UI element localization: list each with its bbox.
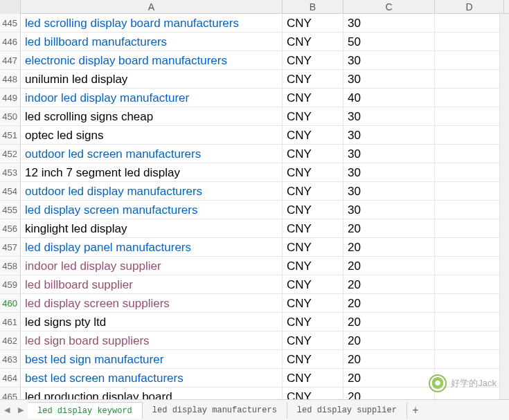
- cell-keyword[interactable]: led display panel manufacturers: [21, 238, 283, 257]
- cell-keyword[interactable]: optec led signs: [21, 126, 283, 145]
- cell-value[interactable]: 40: [343, 89, 435, 107]
- cell-currency[interactable]: CNY: [283, 350, 343, 369]
- cell-value[interactable]: 20: [343, 313, 435, 331]
- tab-nav-next[interactable]: ▶: [14, 402, 28, 419]
- cell-keyword[interactable]: led production display board: [21, 387, 283, 399]
- row-header[interactable]: 450: [0, 107, 21, 126]
- tab-nav-prev[interactable]: ◀: [0, 402, 14, 419]
- cell-empty[interactable]: [435, 107, 504, 126]
- cell-value[interactable]: 30: [343, 14, 435, 33]
- cell-currency[interactable]: CNY: [283, 275, 343, 294]
- cell-empty[interactable]: [435, 163, 504, 182]
- cell-value[interactable]: 20: [343, 238, 435, 257]
- row-header[interactable]: 446: [0, 33, 21, 51]
- col-header-b[interactable]: B: [283, 0, 343, 13]
- cell-value[interactable]: 30: [343, 145, 435, 163]
- cell-value[interactable]: 30: [343, 70, 435, 89]
- cell-keyword[interactable]: indoor led display manufacturer: [21, 89, 283, 107]
- cell-currency[interactable]: CNY: [283, 14, 343, 33]
- cell-value[interactable]: 30: [343, 126, 435, 145]
- cell-value[interactable]: 30: [343, 201, 435, 219]
- cell-value[interactable]: 30: [343, 51, 435, 70]
- row-header[interactable]: 456: [0, 219, 21, 238]
- cell-currency[interactable]: CNY: [283, 238, 343, 257]
- cell-empty[interactable]: [435, 145, 504, 163]
- cell-empty[interactable]: [435, 275, 504, 294]
- cell-empty[interactable]: [435, 350, 504, 369]
- row-header[interactable]: 453: [0, 163, 21, 182]
- cell-keyword[interactable]: led signs pty ltd: [21, 313, 283, 331]
- row-header[interactable]: 454: [0, 182, 21, 201]
- vertical-scrollbar[interactable]: [499, 14, 509, 399]
- cell-keyword[interactable]: 12 inch 7 segment led display: [21, 163, 283, 182]
- row-header[interactable]: 445: [0, 14, 21, 33]
- cell-empty[interactable]: [435, 33, 504, 51]
- row-header[interactable]: 464: [0, 369, 21, 387]
- cell-currency[interactable]: CNY: [283, 89, 343, 107]
- cell-keyword[interactable]: led billboard manufacturers: [21, 33, 283, 51]
- cell-currency[interactable]: CNY: [283, 182, 343, 201]
- cell-keyword[interactable]: best led screen manufacturers: [21, 369, 283, 387]
- cell-keyword[interactable]: led display screen manufacturers: [21, 201, 283, 219]
- cell-empty[interactable]: [435, 70, 504, 89]
- cell-currency[interactable]: CNY: [283, 331, 343, 350]
- cell-value[interactable]: 20: [343, 350, 435, 369]
- cell-value[interactable]: 20: [343, 331, 435, 350]
- cell-value[interactable]: 20: [343, 369, 435, 387]
- cell-keyword[interactable]: led display screen suppliers: [21, 294, 283, 313]
- cell-value[interactable]: 30: [343, 163, 435, 182]
- row-header[interactable]: 452: [0, 145, 21, 163]
- col-header-a[interactable]: A: [21, 0, 283, 13]
- cell-keyword[interactable]: led scrolling signs cheap: [21, 107, 283, 126]
- row-header[interactable]: 447: [0, 51, 21, 70]
- cell-currency[interactable]: CNY: [283, 294, 343, 313]
- cell-empty[interactable]: [435, 257, 504, 275]
- cell-value[interactable]: 20: [343, 257, 435, 275]
- col-header-d[interactable]: D: [435, 0, 504, 13]
- cell-empty[interactable]: [435, 201, 504, 219]
- cell-currency[interactable]: CNY: [283, 163, 343, 182]
- cell-currency[interactable]: CNY: [283, 107, 343, 126]
- row-header[interactable]: 451: [0, 126, 21, 145]
- cell-keyword[interactable]: indoor led display supplier: [21, 257, 283, 275]
- cell-value[interactable]: 20: [343, 294, 435, 313]
- cell-keyword[interactable]: led billboard supplier: [21, 275, 283, 294]
- cell-value[interactable]: 20: [343, 275, 435, 294]
- cell-value[interactable]: 30: [343, 107, 435, 126]
- cell-currency[interactable]: CNY: [283, 387, 343, 399]
- cell-currency[interactable]: CNY: [283, 219, 343, 238]
- row-header[interactable]: 455: [0, 201, 21, 219]
- cell-currency[interactable]: CNY: [283, 257, 343, 275]
- cell-value[interactable]: 30: [343, 182, 435, 201]
- cell-currency[interactable]: CNY: [283, 70, 343, 89]
- cell-keyword[interactable]: unilumin led display: [21, 70, 283, 89]
- cell-currency[interactable]: CNY: [283, 369, 343, 387]
- cell-empty[interactable]: [435, 89, 504, 107]
- row-header[interactable]: 461: [0, 313, 21, 331]
- sheet-tab[interactable]: led display supplier: [287, 402, 407, 419]
- cell-keyword[interactable]: led sign board suppliers: [21, 331, 283, 350]
- cell-keyword[interactable]: led scrolling display board manufacturer…: [21, 14, 283, 33]
- cell-empty[interactable]: [435, 238, 504, 257]
- cell-currency[interactable]: CNY: [283, 201, 343, 219]
- sheet-tab[interactable]: led display keyword: [28, 402, 143, 419]
- row-header[interactable]: 449: [0, 89, 21, 107]
- row-header[interactable]: 465: [0, 387, 21, 399]
- cell-currency[interactable]: CNY: [283, 51, 343, 70]
- cell-empty[interactable]: [435, 14, 504, 33]
- cell-keyword[interactable]: kinglight led display: [21, 219, 283, 238]
- cell-empty[interactable]: [435, 126, 504, 145]
- cell-currency[interactable]: CNY: [283, 33, 343, 51]
- select-all-corner[interactable]: [0, 0, 21, 14]
- cell-value[interactable]: 20: [343, 219, 435, 238]
- cell-empty[interactable]: [435, 51, 504, 70]
- add-sheet-button[interactable]: +: [407, 402, 424, 419]
- cell-keyword[interactable]: outdoor led display manufacturers: [21, 182, 283, 201]
- cell-currency[interactable]: CNY: [283, 145, 343, 163]
- row-header[interactable]: 459: [0, 275, 21, 294]
- cell-empty[interactable]: [435, 313, 504, 331]
- cell-empty[interactable]: [435, 331, 504, 350]
- row-header[interactable]: 463: [0, 350, 21, 369]
- cell-keyword[interactable]: outdoor led screen manufacturers: [21, 145, 283, 163]
- row-header[interactable]: 457: [0, 238, 21, 257]
